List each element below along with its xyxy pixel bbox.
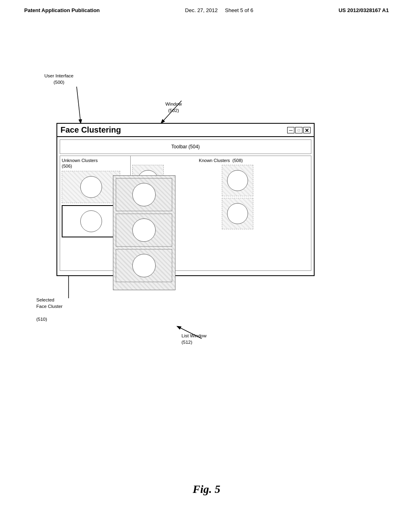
list-face-cell-3[interactable] [116,249,172,282]
publication-date-sheet: Dec. 27, 2012 Sheet 5 of 6 [185,7,253,13]
window-annotation: Window (502) [165,101,182,114]
selected-face-cluster-label: SelectedFace Cluster [36,297,63,310]
unknown-clusters-title: Unknown Clusters (506) [62,158,129,169]
list-window-annotation: List Window (512) [181,332,206,345]
window-502: Face Clustering — □ Toolbar (504) Unknow… [56,123,315,276]
svg-line-0 [77,87,81,123]
list-face-circle-2 [132,218,156,242]
face-circle-1 [80,176,102,198]
user-interface-num: (500) [44,79,73,85]
list-face-cell-2[interactable] [116,214,172,247]
toolbar-504: Toolbar (504) [60,139,311,154]
selected-face-cluster-annotation: SelectedFace Cluster (510) [36,290,63,329]
panels-area: Unknown Clusters (506) Known Clusters [60,156,311,271]
patent-number: US 2012/0328167 A1 [338,7,389,13]
known-face-cell-2[interactable] [222,165,253,196]
known-face-circle-4 [227,203,248,224]
window-num: (502) [165,107,182,114]
sheet-info: Sheet 5 of 6 [225,7,253,13]
diagram-area: User Interface (500) Window (502) Face C… [24,52,389,451]
minimize-button[interactable]: — [287,127,294,133]
face-circle-2 [80,210,102,232]
user-interface-label: User Interface [44,73,73,79]
window-controls: — □ [287,127,311,133]
list-window-512 [113,175,175,290]
window-titlebar: Face Clustering — □ [57,124,314,137]
publication-type: Patent Application Publication [24,7,100,13]
known-face-circle-2 [227,170,248,191]
list-face-cell-1[interactable] [116,178,172,211]
known-face-cell-4[interactable] [222,198,253,229]
user-interface-annotation: User Interface (500) [44,73,73,85]
list-window-num: (512) [181,339,206,345]
unknown-face-cell-1[interactable] [62,171,120,203]
known-clusters-title: Known Clusters (508) [132,158,309,163]
maximize-button[interactable]: □ [295,127,302,133]
publication-date: Dec. 27, 2012 [185,7,218,13]
close-button[interactable] [303,127,311,133]
list-window-label: List Window [181,332,206,339]
window-label: Window [165,101,182,107]
window-title: Face Clustering [60,125,121,135]
list-face-circle-1 [132,183,156,206]
list-face-circle-3 [132,254,156,277]
page-header: Patent Application Publication Dec. 27, … [0,0,413,13]
unknown-face-cell-2-selected[interactable] [62,205,120,237]
figure-caption: Fig. 5 [193,483,220,496]
selected-face-cluster-num: (510) [36,316,63,322]
